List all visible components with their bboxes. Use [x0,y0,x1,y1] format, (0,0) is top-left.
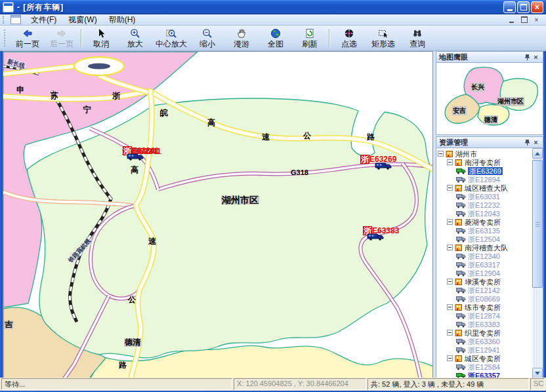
toolbar-button-缩小[interactable]: 缩小 [190,26,224,50]
tree-item-label: 浙E63031 [468,193,500,201]
tree-item-label: 浙E12142 [468,286,500,294]
menu-item-1[interactable]: 视窗(W) [62,14,102,26]
menu-grip[interactable] [3,16,7,23]
tree-group-菱湖专卖所[interactable]: 菱湖专卖所 [436,218,532,226]
tree-group-织里专卖所[interactable]: 织里专卖所 [436,328,532,337]
toolbar-button-点选[interactable]: 点选 [332,26,366,50]
toolbar-button-label: 缩小 [200,39,215,49]
truck-offline-icon [456,270,466,277]
tree-item-label: 浙E63269 [468,167,503,175]
scroll-up-icon[interactable] [532,148,543,159]
truck-online-icon [456,168,466,174]
tree-item-label: 浙E12904 [468,269,500,277]
tree-vehicle-浙E63317[interactable]: 浙E63317 [436,260,532,269]
map-graphic [3,52,433,379]
pin-icon[interactable] [523,139,532,146]
truck-icon[interactable] [367,233,384,243]
scrollbar-thumb[interactable] [532,160,543,288]
truck-icon[interactable] [127,153,144,163]
mdi-restore-button[interactable] [520,16,528,24]
tree-vehicle-浙E12584[interactable]: 浙E12584 [436,363,532,371]
area-label: 德清 [124,338,141,347]
collapse-icon[interactable] [447,304,453,310]
tree-group-埭溪专卖所[interactable]: 埭溪专卖所 [436,277,532,286]
toolbar-button-前一页[interactable]: 前一页 [10,26,45,50]
tree-vehicle-浙E63135[interactable]: 浙E63135 [436,226,532,235]
toolbar-button-漫游[interactable]: 漫游 [224,26,259,50]
tree-group-南浔稽查大队[interactable]: 南浔稽查大队 [436,243,532,252]
truck-icon[interactable] [375,163,392,172]
tree-vehicle-浙E12904[interactable]: 浙E12904 [436,269,532,277]
menu-item-0[interactable]: 文件(F) [25,14,62,26]
tree-group-城区稽查大队[interactable]: 城区稽查大队 [436,184,532,192]
toolbar-button-放大[interactable]: 放大 [118,26,152,50]
tree-vehicle-浙E12894[interactable]: 浙E12894 [436,175,532,184]
tree-item-label: 菱湖专卖所 [465,218,501,226]
minimize-button[interactable] [503,1,516,13]
collapse-icon[interactable] [438,151,444,157]
truck-offline-icon [456,210,466,217]
tree-scrollbar[interactable] [532,148,543,378]
tree-vehicle-浙E63031[interactable]: 浙E63031 [436,192,532,201]
tree-vehicle-浙E12941[interactable]: 浙E12941 [436,345,532,354]
status-vehicle-counts: 共: 52 辆, 登入: 3 辆 , 未登入: 49 辆 [368,378,529,390]
toolbar-button-刷新[interactable]: 刷新 [293,26,327,50]
mdi-minimize-button[interactable] [507,16,516,24]
menu-item-2[interactable]: 帮助(H) [103,14,142,26]
collapse-icon[interactable] [447,219,453,225]
collapse-icon[interactable] [447,355,453,361]
status-coordinates: X: 120.45904825 , Y: 30.84466204 [234,378,366,390]
restore-button[interactable] [517,1,530,13]
tree-item-label: 城区专卖所 [465,355,501,363]
toolbar-grip[interactable] [4,29,8,47]
close-button[interactable]: × [531,1,543,13]
tree-group-练市专卖所[interactable]: 练市专卖所 [436,303,532,311]
tree-group-湖州市[interactable]: 湖州市 [436,149,532,158]
tree-vehicle-浙E12142[interactable]: 浙E12142 [436,286,532,294]
overview-region-label: 湖州市区 [497,97,524,106]
collapse-icon[interactable] [447,279,453,284]
scroll-down-icon[interactable] [532,368,543,378]
overview-map[interactable]: 长兴湖州市区安吉德清 [436,63,543,135]
tree-item-label: 浙E63317 [468,261,500,269]
truck-offline-icon [456,338,466,345]
toolbar-button-矩形选[interactable]: 矩形选 [366,26,400,50]
tree-vehicle-浙E08669[interactable]: 浙E08669 [436,294,532,303]
tree-vehicle-浙E12504[interactable]: 浙E12504 [436,235,532,243]
tree-group-城区专卖所[interactable]: 城区专卖所 [436,354,532,363]
tree-vehicle-浙E63357[interactable]: 浙E63357 [436,371,532,378]
tree-vehicle-浙E63269[interactable]: 浙E63269 [436,167,532,175]
road-label: 高 [207,119,215,127]
toolbar-button-查询[interactable]: 查询 [400,26,434,50]
toolbar-button-label: 漫游 [234,39,249,49]
tree-vehicle-浙E12340[interactable]: 浙E12340 [436,252,532,260]
toolbar-button-全图[interactable]: 全图 [259,26,293,50]
tree-group-南浔专卖所[interactable]: 南浔专卖所 [436,158,532,167]
truck-offline-icon [456,287,466,294]
collapse-icon[interactable] [447,159,453,165]
collapse-icon[interactable] [447,330,453,336]
map-canvas[interactable]: 申苏浙宁皖高速公路高速公路G318湖州市区德清吉铁路宣杭线新长线浙E63241浙… [3,51,433,379]
collapse-icon[interactable] [447,185,453,191]
close-panel-icon[interactable]: × [532,138,540,146]
mdi-child-icon[interactable] [10,15,21,24]
road-label: 速 [262,133,270,142]
plate-province: 浙 [360,155,369,164]
zoom-out-icon [202,28,213,39]
resource-panel-header: 资源管理 × [436,136,543,148]
toolbar-button-取消[interactable]: 取消 [84,26,118,50]
road-label: 路 [367,133,375,142]
tree-vehicle-浙E12043[interactable]: 浙E12043 [436,209,532,218]
tree-item-label: 浙E63383 [468,321,500,328]
close-panel-icon[interactable]: × [532,53,540,61]
mdi-close-button[interactable]: × [532,16,541,24]
tree-vehicle-浙E63383[interactable]: 浙E63383 [436,320,532,328]
tree-vehicle-浙E12232[interactable]: 浙E12232 [436,201,532,209]
tree-vehicle-浙E12874[interactable]: 浙E12874 [436,311,532,320]
toolbar-button-中心放大[interactable]: 中心放大 [152,26,190,50]
overview-region-label: 安吉 [452,106,467,115]
collapse-icon[interactable] [447,245,453,250]
overview-panel: 地图鹰眼 × 长兴湖州市区安吉德清 [436,51,543,136]
pin-icon[interactable] [523,54,532,61]
tree-vehicle-浙E63360[interactable]: 浙E63360 [436,337,532,345]
